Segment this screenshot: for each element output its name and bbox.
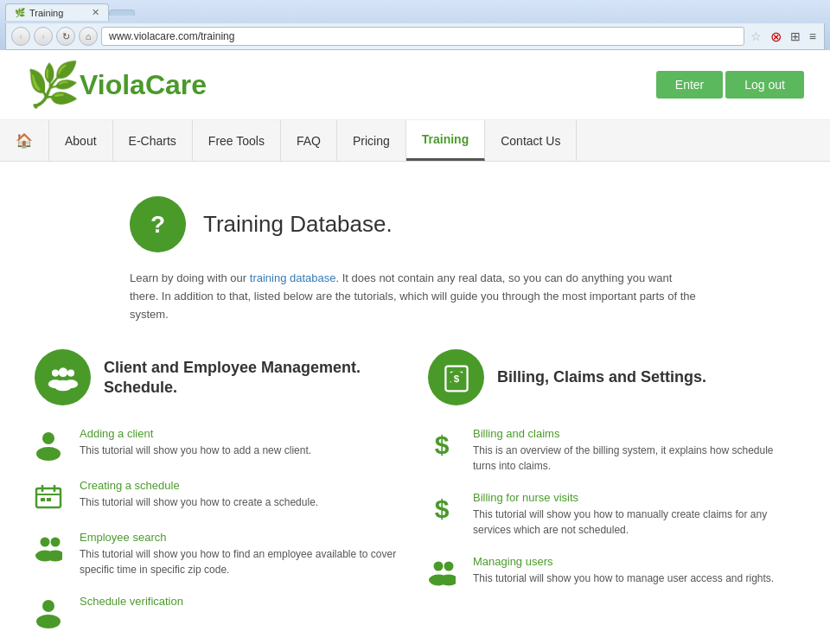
svg-point-4 (67, 369, 73, 376)
tutorial-content: Creating a schedule This tutorial will s… (80, 479, 318, 510)
managing-users-icon (428, 555, 463, 590)
tutorial-content: Managing users This tutorial will show y… (473, 555, 774, 586)
svg-point-5 (63, 379, 77, 388)
nurse-visits-desc: This tutorial will show you how to manua… (473, 507, 795, 538)
svg-point-3 (48, 379, 61, 388)
svg-text:$: $ (435, 430, 450, 459)
tutorial-item: Employee search This tutorial will show … (35, 531, 402, 577)
back-button[interactable]: ‹ (11, 27, 30, 46)
svg-point-28 (434, 562, 444, 571)
right-section: $ Billing, Claims and Settings. $ Billin… (428, 349, 795, 644)
nav-item-training[interactable]: Training (406, 120, 485, 161)
forward-button[interactable]: › (34, 27, 53, 46)
tab-close-button[interactable]: ✕ (92, 7, 99, 18)
svg-point-18 (42, 600, 54, 612)
logo-rest: Care (145, 69, 207, 100)
svg-text:$: $ (435, 494, 450, 523)
left-section-header: Client and Employee Management. Schedule… (35, 349, 402, 405)
employee-search-desc: This tutorial will show you how to find … (80, 546, 402, 577)
tutorial-content: Schedule verification (80, 595, 183, 610)
logo-text: ViolaCare (80, 69, 207, 101)
nav-item-faq[interactable]: FAQ (281, 120, 337, 161)
svg-point-14 (41, 538, 50, 547)
nav-item-echarts[interactable]: E-Charts (113, 120, 193, 161)
nav-item-contactus[interactable]: Contact Us (485, 120, 577, 161)
nav-item-home[interactable]: 🏠 (0, 120, 49, 161)
svg-point-19 (36, 615, 61, 628)
schedule-verification-link[interactable]: Schedule verification (80, 595, 183, 608)
nurse-visits-link[interactable]: Billing for nurse visits (473, 491, 795, 504)
site-nav: 🏠 About E-Charts Free Tools FAQ Pricing … (0, 120, 830, 162)
tutorial-content: Employee search This tutorial will show … (80, 531, 402, 577)
billing-claims-desc: This is an overview of the billing syste… (473, 443, 795, 474)
svg-point-16 (51, 538, 61, 547)
bookmark-icon[interactable]: ☆ (748, 29, 764, 43)
employee-search-link[interactable]: Employee search (80, 531, 402, 544)
tutorial-item: Managing users This tutorial will show y… (428, 555, 795, 590)
menu-icon[interactable]: ≡ (807, 29, 819, 43)
browser-titlebar: 🌿 Training ✕ (5, 3, 825, 21)
enter-button[interactable]: Enter (656, 71, 723, 99)
billing-claims-icon: $ (428, 427, 463, 462)
site-header: 🌿 ViolaCare Enter Log out (0, 50, 830, 120)
client-icon (35, 427, 69, 462)
adding-client-link[interactable]: Adding a client (80, 427, 311, 440)
question-icon: ? (130, 196, 186, 252)
left-section: Client and Employee Management. Schedule… (35, 349, 402, 644)
tutorial-content: Adding a client This tutorial will show … (80, 427, 311, 458)
svg-point-30 (444, 562, 454, 571)
tutorial-item: Creating a schedule This tutorial will s… (35, 479, 402, 513)
employee-search-icon (35, 531, 69, 565)
home-button[interactable]: ⌂ (79, 27, 98, 46)
billing-claims-link[interactable]: Billing and claims (473, 427, 795, 440)
left-section-title: Client and Employee Management. Schedule… (104, 358, 402, 399)
svg-rect-13 (47, 498, 51, 501)
logout-button[interactable]: Log out (725, 71, 804, 99)
schedule-verify-icon (35, 595, 69, 629)
training-title: Training Database. (203, 211, 393, 238)
nav-item-about[interactable]: About (49, 120, 113, 161)
svg-point-7 (36, 447, 61, 461)
tutorial-item: Adding a client This tutorial will show … (35, 427, 402, 462)
schedule-icon (35, 479, 69, 513)
training-header: ? Training Database. (112, 196, 718, 252)
page-content: 🌿 ViolaCare Enter Log out 🏠 About E-Char… (0, 50, 830, 644)
address-bar[interactable] (101, 27, 744, 46)
svg-rect-12 (41, 498, 45, 501)
browser-tab-active[interactable]: 🌿 Training ✕ (5, 3, 109, 21)
creating-schedule-link[interactable]: Creating a schedule (80, 479, 318, 492)
browser-tab-new[interactable] (109, 10, 135, 16)
nav-item-freetools[interactable]: Free Tools (193, 120, 281, 161)
client-management-icon (35, 349, 91, 405)
header-buttons: Enter Log out (656, 71, 804, 99)
tutorial-content: Billing for nurse visits This tutorial w… (473, 491, 795, 538)
creating-schedule-desc: This tutorial will show you how to creat… (80, 494, 318, 510)
desc-pre: Learn by doing with our (130, 271, 250, 284)
logo-leaf-icon: 🌿 (26, 63, 80, 106)
main-content: ? Training Database. Learn by doing with… (0, 162, 830, 644)
tab-favicon: 🌿 (15, 8, 25, 17)
managing-users-link[interactable]: Managing users (473, 555, 774, 568)
svg-point-2 (51, 369, 58, 376)
refresh-button[interactable]: ↻ (56, 27, 75, 46)
adding-client-desc: This tutorial will show you how to add a… (80, 443, 311, 458)
nurse-visits-icon: $ (428, 491, 463, 526)
right-section-header: $ Billing, Claims and Settings. (428, 349, 795, 405)
managing-users-desc: This tutorial will show you how to manag… (473, 571, 774, 586)
svg-point-0 (58, 367, 67, 377)
training-database-link[interactable]: training database (250, 271, 336, 284)
nav-item-pricing[interactable]: Pricing (337, 120, 406, 161)
logo-bold: Viola (80, 69, 145, 100)
browser-chrome: 🌿 Training ✕ ‹ › ↻ ⌂ ☆ ⊗ ⊞ ≡ (0, 0, 830, 50)
browser-controls: ‹ › ↻ ⌂ ☆ ⊗ ⊞ ≡ (5, 23, 825, 50)
extensions-icon[interactable]: ⊞ (788, 29, 803, 43)
training-description: Learn by doing with our training databas… (112, 270, 718, 323)
tutorial-item: Schedule verification (35, 595, 402, 629)
status-icon: ⊗ (768, 29, 784, 45)
right-section-title: Billing, Claims and Settings. (497, 367, 706, 387)
tab-title: Training (29, 8, 63, 18)
sections-container: Client and Employee Management. Schedule… (26, 349, 804, 644)
svg-text:$: $ (453, 372, 459, 383)
billing-icon: $ (428, 349, 484, 405)
tutorial-content: Billing and claims This is an overview o… (473, 427, 795, 474)
